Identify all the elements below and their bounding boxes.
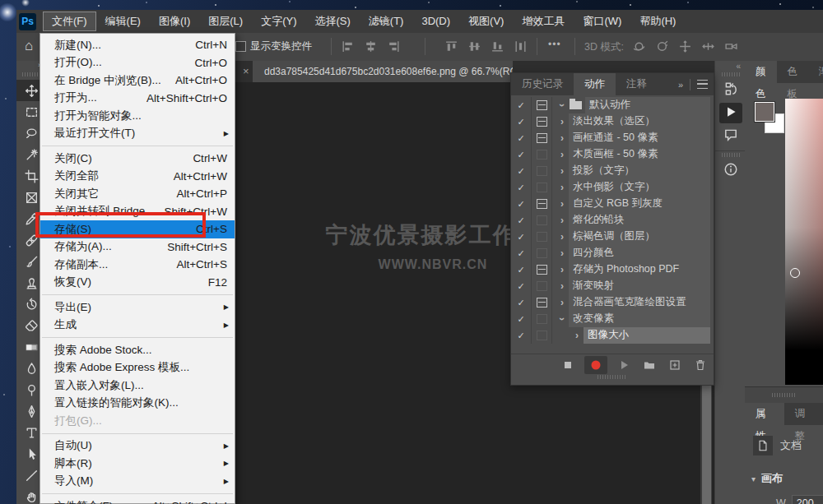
action-row-9[interactable]: ✓›四分颜色	[511, 245, 714, 261]
color-tab-2[interactable]: 渐	[808, 61, 823, 83]
drag-grip[interactable]	[722, 72, 740, 76]
play-button[interactable]	[615, 356, 633, 374]
new-folder-button[interactable]	[640, 356, 658, 374]
file-menu-item-20[interactable]: 打包(G)...	[40, 412, 235, 430]
3d-orbit-icon[interactable]	[632, 39, 646, 57]
file-menu-item-15[interactable]: 生成▶	[40, 317, 235, 335]
canvas-section-header[interactable]: ▾ 画布	[751, 471, 783, 486]
file-menu-item-14[interactable]: 导出(E)▶	[40, 298, 235, 317]
notes-panel-button[interactable]	[719, 126, 742, 146]
file-menu-item-21[interactable]: 自动(U)▶	[40, 437, 235, 455]
stop-button[interactable]	[559, 356, 577, 374]
action-row-12[interactable]: ✓›混合器画笔克隆绘图设置	[511, 294, 714, 311]
include-checkmark-icon[interactable]: ✓	[511, 163, 532, 179]
close-icon[interactable]: ×	[243, 65, 249, 77]
foreground-color-swatch[interactable]	[755, 102, 774, 122]
dialog-toggle-icon[interactable]	[532, 229, 552, 245]
expand-arrow-icon[interactable]: ›	[556, 116, 569, 127]
align-bottom-icon[interactable]	[491, 39, 504, 57]
expand-arrow-icon[interactable]: ›	[556, 297, 569, 308]
align-middle-icon[interactable]	[467, 39, 481, 57]
expand-arrow-icon[interactable]: ›	[556, 149, 569, 160]
include-checkmark-icon[interactable]: ✓	[511, 97, 532, 113]
expand-arrow-icon[interactable]: ›	[556, 198, 569, 210]
dialog-toggle-icon[interactable]	[532, 196, 552, 212]
action-row-10[interactable]: ✓›存储为 Photoshop PDF	[511, 261, 714, 278]
file-menu-item-11[interactable]: 存储为(A)...Shift+Ctrl+S	[40, 238, 235, 257]
dialog-toggle-icon[interactable]	[532, 327, 552, 344]
file-menu-item-6[interactable]: 关闭(C)Ctrl+W	[40, 150, 235, 168]
include-checkmark-icon[interactable]: ✓	[511, 196, 532, 212]
menubar-item-11[interactable]: 帮助(H)	[630, 12, 685, 31]
dialog-toggle-icon[interactable]	[532, 245, 552, 261]
include-checkmark-icon[interactable]: ✓	[511, 327, 532, 344]
include-checkmark-icon[interactable]: ✓	[511, 294, 532, 311]
action-row-13[interactable]: ✓›改变像素	[511, 311, 714, 327]
align-left-icon[interactable]	[341, 39, 355, 57]
props-tab-1[interactable]: 调整	[784, 403, 823, 425]
file-menu-item-2[interactable]: 在 Bridge 中浏览(B)...Alt+Ctrl+O	[40, 72, 235, 90]
tab-0[interactable]: 历史记录	[511, 73, 574, 95]
delete-button[interactable]	[691, 356, 709, 374]
file-menu-item-1[interactable]: 打开(O)...Ctrl+O	[40, 54, 235, 72]
file-menu-item-7[interactable]: 关闭全部Alt+Ctrl+W	[40, 168, 235, 186]
include-checkmark-icon[interactable]: ✓	[511, 146, 532, 163]
menubar-item-7[interactable]: 3D(D)	[412, 12, 459, 31]
expand-arrow-icon[interactable]: ›	[556, 99, 568, 112]
include-checkmark-icon[interactable]: ✓	[511, 130, 532, 146]
color-ramp[interactable]	[785, 99, 823, 385]
drag-grip[interactable]	[722, 153, 740, 157]
tab-2[interactable]: 注释	[616, 73, 658, 95]
align-right-icon[interactable]	[387, 39, 401, 57]
include-checkmark-icon[interactable]: ✓	[511, 229, 532, 245]
file-menu-item-5[interactable]: 最近打开文件(T)▶	[40, 125, 235, 143]
3d-pan-icon[interactable]	[678, 39, 692, 57]
dialog-toggle-icon[interactable]	[532, 311, 552, 327]
menubar-item-3[interactable]: 图层(L)	[199, 12, 252, 31]
action-row-6[interactable]: ✓›自定义 RGB 到灰度	[511, 196, 714, 212]
more-options-icon[interactable]: •••	[548, 39, 561, 50]
menubar-item-0[interactable]: 文件(F)	[43, 12, 96, 31]
menubar-item-2[interactable]: 图像(I)	[150, 12, 199, 31]
align-center-h-icon[interactable]	[364, 39, 378, 57]
drag-grip[interactable]	[22, 72, 40, 76]
file-menu-item-8[interactable]: 关闭其它Alt+Ctrl+P	[40, 185, 235, 203]
action-row-0[interactable]: ✓›默认动作	[511, 97, 714, 113]
expand-arrow-icon[interactable]: ›	[556, 247, 569, 259]
include-checkmark-icon[interactable]: ✓	[511, 311, 532, 327]
file-menu-item-22[interactable]: 脚本(R)▶	[40, 455, 235, 473]
file-menu-item-13[interactable]: 恢复(V)F12	[40, 274, 235, 292]
history-panel-button[interactable]	[719, 80, 742, 100]
color-tab-1[interactable]: 色板	[777, 61, 809, 83]
menubar-item-9[interactable]: 增效工具	[513, 12, 574, 31]
width-input[interactable]: 200	[792, 495, 823, 504]
expand-arrow-icon[interactable]: ›	[556, 215, 569, 226]
panel-overflow-icon[interactable]: »	[678, 80, 683, 90]
dialog-toggle-icon[interactable]	[532, 179, 552, 196]
include-checkmark-icon[interactable]: ✓	[511, 179, 532, 196]
menubar-item-6[interactable]: 滤镜(T)	[360, 12, 413, 31]
expand-arrow-icon[interactable]: ›	[556, 132, 569, 144]
action-row-11[interactable]: ✓›渐变映射	[511, 278, 714, 294]
action-row-7[interactable]: ✓›熔化的铅块	[511, 212, 714, 229]
action-row-5[interactable]: ✓›水中倒影（文字）	[511, 179, 714, 196]
dialog-toggle-icon[interactable]	[532, 278, 552, 294]
action-row-1[interactable]: ✓›淡出效果（选区）	[511, 113, 714, 130]
file-menu-item-3[interactable]: 打开为...Alt+Shift+Ctrl+O	[40, 90, 235, 108]
new-action-button[interactable]	[666, 356, 684, 374]
dialog-toggle-icon[interactable]	[532, 113, 552, 130]
panel-divider[interactable]	[745, 386, 823, 405]
file-menu-item-23[interactable]: 导入(M)▶	[40, 473, 235, 491]
include-checkmark-icon[interactable]: ✓	[511, 245, 532, 261]
actions-panel-button[interactable]	[719, 103, 742, 123]
3d-zoom-icon[interactable]	[724, 39, 738, 57]
action-row-14[interactable]: ✓›图像大小	[511, 327, 714, 344]
show-transform-checkbox[interactable]	[235, 41, 246, 52]
menubar-item-8[interactable]: 视图(V)	[459, 12, 513, 31]
menubar-item-1[interactable]: 编辑(E)	[96, 12, 150, 31]
menubar-item-5[interactable]: 选择(S)	[305, 12, 359, 31]
tab-1[interactable]: 动作	[574, 73, 616, 95]
file-menu-item-4[interactable]: 打开为智能对象...	[40, 107, 235, 125]
dialog-toggle-icon[interactable]	[532, 97, 552, 113]
color-tab-0[interactable]: 颜色	[745, 61, 777, 83]
